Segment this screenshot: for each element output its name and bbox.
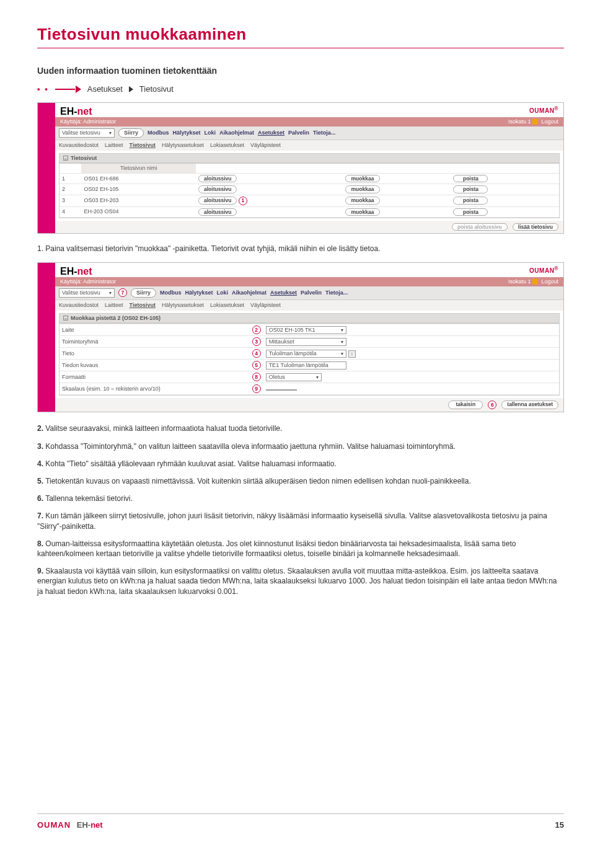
poista-button[interactable]: poista <box>453 208 488 216</box>
callout-8: 8 <box>252 373 261 381</box>
paragraph-8: 8. Ouman-laitteissa esitysformaattina kä… <box>37 539 564 559</box>
eh-net-logo: EH-net <box>60 265 92 277</box>
paragraph-9: 9. Skaalausta voi käyttää vain silloin, … <box>37 566 564 596</box>
submenu-halytysasetukset[interactable]: Hälytysasetukset <box>162 142 204 149</box>
formaatti-select[interactable]: Oletus <box>266 373 322 381</box>
arrow-in-icon <box>55 87 81 92</box>
poista-aloitussivu-button[interactable]: poista aloitussivu <box>452 223 508 231</box>
laite-label: Laite <box>60 324 221 336</box>
kuvaus-input[interactable]: TE1 Tuloilman lämpötila <box>266 361 346 370</box>
paragraph-6: 6. Tallenna tekemäsi tietorivi. <box>37 494 564 503</box>
submenu-vaylapisteet[interactable]: Väyläpisteet <box>250 302 281 309</box>
logout-link[interactable]: Logout <box>541 118 558 125</box>
menu-asetukset[interactable]: Asetukset <box>270 290 297 296</box>
submenu-tietosivut[interactable]: Tietosivut <box>130 302 156 309</box>
col-header: Tietosivun nimi <box>81 164 196 173</box>
page-footer: OUMAN EH-net 15 <box>37 813 564 830</box>
submenu-vaylapisteet[interactable]: Väyläpisteet <box>250 142 281 149</box>
menu-modbus[interactable]: Modbus <box>160 290 182 296</box>
edit-form-table: Laite 2 OS02 EH-105 TK1 Toimintoryhmä 3 … <box>60 324 559 395</box>
go-button[interactable]: Siirry <box>131 288 156 298</box>
menu-aikaohjelmat[interactable]: Aikaohjelmat <box>219 130 254 136</box>
dots-icon: • • <box>37 84 49 94</box>
panel-title-tietosivut: – Tietosivut <box>59 153 560 164</box>
aloitussivu-button[interactable]: aloitussivu <box>198 185 237 193</box>
muokkaa-button[interactable]: muokkaa <box>345 185 380 193</box>
collapse-icon[interactable]: – <box>63 156 68 161</box>
menu-palvelin[interactable]: Palvelin <box>288 130 309 136</box>
menu-loki[interactable]: Loki <box>216 290 228 296</box>
sub-heading: Uuden informaation tuominen tietokenttää… <box>37 66 564 76</box>
ouman-logo: OUMAN® <box>529 105 558 115</box>
aloitussivu-button[interactable]: aloitussivu <box>198 197 237 204</box>
muokkaa-button[interactable]: muokkaa <box>345 175 380 182</box>
submenu-laitteet[interactable]: Laitteet <box>105 142 123 149</box>
paragraph-7: 7. Kun tämän jälkeen siirryt tietosivull… <box>37 511 564 531</box>
callout-7: 7 <box>118 288 127 297</box>
submenu-tietosivut[interactable]: Tietosivut <box>130 142 156 149</box>
submenu-halytysasetukset[interactable]: Hälytysasetukset <box>162 302 204 309</box>
paragraph-5: 5. Tietokentän kuvaus on vapaasti nimett… <box>37 476 564 486</box>
submenu-lokiasetukset[interactable]: Lokiasetukset <box>210 142 244 149</box>
eh-net-logo: EH-net <box>60 105 92 117</box>
poista-button[interactable]: poista <box>453 197 488 204</box>
page-select[interactable]: Valitse tietosivu <box>59 288 115 298</box>
callout-2: 2 <box>252 326 261 334</box>
lisaa-tietosivu-button[interactable]: lisää tietosivu <box>513 223 558 231</box>
user-bar: Käyttäjä: Administrator Isokatu 1 Logout <box>55 117 563 126</box>
tallenna-button[interactable]: tallenna asetukset <box>501 401 558 409</box>
submenu-kuvaustiedostot[interactable]: Kuvaustiedostot <box>59 302 99 309</box>
callout-6: 6 <box>488 401 496 409</box>
sub-menu: Kuvaustiedostot Laitteet Tietosivut Häly… <box>55 140 563 151</box>
callout-9: 9 <box>252 384 261 393</box>
poista-button[interactable]: poista <box>453 175 488 182</box>
callout-3: 3 <box>252 337 261 346</box>
muokkaa-button[interactable]: muokkaa <box>345 208 380 216</box>
menu-tietoja[interactable]: Tietoja... <box>325 290 348 296</box>
home-icon <box>532 279 538 285</box>
footer-logo: OUMAN EH-net <box>37 820 103 830</box>
muokkaa-button[interactable]: muokkaa <box>345 197 380 204</box>
home-icon <box>532 119 538 125</box>
formaatti-label: Formaatti <box>60 371 221 383</box>
menu-halytykset[interactable]: Hälytykset <box>185 290 213 296</box>
tieto-label: Tieto <box>60 348 221 360</box>
menu-tietoja[interactable]: Tietoja... <box>313 130 335 136</box>
submenu-lokiasetukset[interactable]: Lokiasetukset <box>210 302 244 309</box>
toimintoryhma-select[interactable]: Mittaukset <box>266 338 346 346</box>
table-row: 1OS01 EH-686 aloitussivu muokkaa poista <box>60 174 559 184</box>
aloitussivu-button[interactable]: aloitussivu <box>198 208 237 216</box>
panel-title-muokkaa: – Muokkaa pistettä 2 (OS02 EH-105) <box>59 313 560 324</box>
table-row: 4EH-203 OS04 aloitussivu muokkaa poista <box>60 206 559 217</box>
go-button[interactable]: Siirry <box>118 128 144 138</box>
menu-modbus[interactable]: Modbus <box>148 130 169 136</box>
tieto-select[interactable]: Tuloilman lämpötila <box>266 350 346 358</box>
skaalaus-input[interactable] <box>266 389 297 391</box>
submenu-kuvaustiedostot[interactable]: Kuvaustiedostot <box>59 142 99 149</box>
menu-asetukset[interactable]: Asetukset <box>258 130 284 136</box>
aloitussivu-button[interactable]: aloitussivu <box>198 175 237 182</box>
laite-select[interactable]: OS02 EH-105 TK1 <box>266 326 346 334</box>
menu-loki[interactable]: Loki <box>204 130 216 136</box>
screenshot-1: EH-net OUMAN® Käyttäjä: Administrator Is… <box>37 102 564 234</box>
poista-button[interactable]: poista <box>453 185 488 193</box>
chevron-right-icon <box>129 86 133 92</box>
takaisin-button[interactable]: takaisin <box>448 401 483 409</box>
ouman-logo: OUMAN® <box>529 265 558 275</box>
menu-halytykset[interactable]: Hälytykset <box>172 130 200 136</box>
logout-link[interactable]: Logout <box>541 278 558 285</box>
page-number: 15 <box>555 820 564 830</box>
toimintoryhma-label: Toimintoryhmä <box>60 336 221 348</box>
crumb-asetukset: Asetukset <box>87 84 123 94</box>
page-select[interactable]: Valitse tietosivu <box>59 128 115 138</box>
table-row: 2OS02 EH-105 aloitussivu muokkaa poista <box>60 184 559 195</box>
copy-down-icon[interactable]: ↓ <box>348 350 356 358</box>
tietosivut-table: Tietosivun nimi 1OS01 EH-686 aloitussivu… <box>60 164 559 217</box>
submenu-laitteet[interactable]: Laitteet <box>105 302 123 309</box>
main-menu: Valitse tietosivu Siirry Modbus Hälytyks… <box>55 126 563 140</box>
paragraph-4: 4. Kohta "Tieto" sisältää ylläolevaan ry… <box>37 459 564 469</box>
collapse-icon[interactable]: – <box>63 316 68 321</box>
screenshot-2: EH-net OUMAN® Käyttäjä: Administrator Is… <box>37 262 564 412</box>
menu-aikaohjelmat[interactable]: Aikaohjelmat <box>232 290 267 296</box>
menu-palvelin[interactable]: Palvelin <box>301 290 322 296</box>
